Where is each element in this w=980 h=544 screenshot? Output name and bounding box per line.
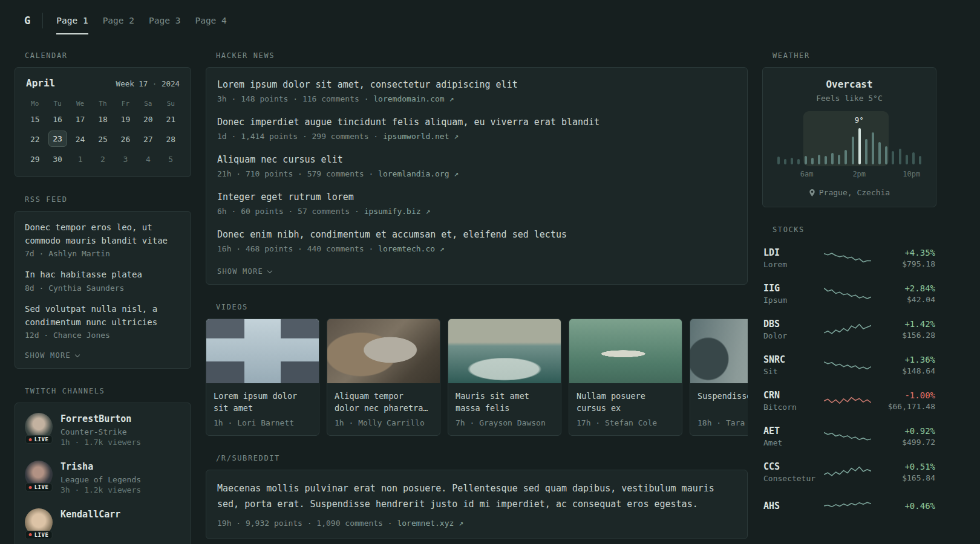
stock-sparkline xyxy=(824,285,871,303)
calendar-header: April Week 17 · 2024 xyxy=(24,77,182,96)
weather-bar xyxy=(831,153,834,164)
twitch-channel-info: TrishaLeague of Legends3h · 1.2k viewers xyxy=(60,461,141,494)
weather-bar xyxy=(805,156,807,164)
twitch-channel-info: ForrestBurtonCounter-Strike1h · 1.7k vie… xyxy=(60,413,141,447)
hn-item-meta: 3h · 148 points · 116 comments · loremdo… xyxy=(217,94,736,103)
stock-values: +0.92%$499.72 xyxy=(880,426,935,447)
calendar-year: 2024 xyxy=(162,79,180,88)
hn-item-meta: 16h · 468 points · 440 comments · loremt… xyxy=(217,244,736,253)
rss-item: In hac habitasse platea8d · Cynthia Saun… xyxy=(25,268,181,293)
hn-item-meta: 1d · 1,414 points · 299 comments · ipsum… xyxy=(217,132,736,141)
stock-symbol: SNRC xyxy=(763,354,815,365)
calendar-days-grid: 1516171819202122232425262728293012345 xyxy=(24,111,182,168)
stock-sparkline xyxy=(824,320,871,338)
rss-show-more-button[interactable]: SHOW MORE xyxy=(25,350,181,360)
calendar-day: 15 xyxy=(24,111,46,128)
hn-item-domain-link[interactable]: ipsumworld.net ↗ xyxy=(383,132,459,141)
twitch-channel-row[interactable]: LIVEKendallCarr xyxy=(25,508,181,536)
hn-item-domain-link[interactable]: loremtech.co ↗ xyxy=(378,244,445,253)
rss-item: Donec tempor eros leo, ut commodo mauris… xyxy=(25,221,181,258)
nav-tab-page-1[interactable]: Page 1 xyxy=(56,0,88,41)
stock-sparkline xyxy=(824,427,871,445)
subreddit-post-text[interactable]: Maecenas mollis pulvinar erat non posuer… xyxy=(217,481,736,512)
video-thumbnail xyxy=(569,319,682,383)
stock-row[interactable]: IIGIpsum+2.84%$42.04 xyxy=(762,277,936,312)
twitch-channel-name: Trisha xyxy=(60,461,141,474)
hn-item-title[interactable]: Integer eget rutrum lorem xyxy=(217,191,736,204)
twitch-channel-info: KendallCarr xyxy=(60,508,120,536)
chevron-down-icon xyxy=(75,352,80,357)
video-title: Nullam posuere cursus ex xyxy=(577,390,675,415)
stock-row[interactable]: LDILorem+4.35%$795.18 xyxy=(762,241,936,277)
rss-item-title[interactable]: Donec tempor eros leo, ut commodo mauris… xyxy=(25,221,181,247)
weather-bar xyxy=(825,156,827,164)
stock-name: Consectetur xyxy=(763,474,815,483)
hn-show-more-button[interactable]: SHOW MORE xyxy=(217,266,736,276)
video-title: Mauris sit amet massa felis xyxy=(456,390,554,415)
calendar-day: 3 xyxy=(114,151,137,168)
top-nav: G Page 1Page 2Page 3Page 4 xyxy=(0,0,980,41)
nav-tab-page-4[interactable]: Page 4 xyxy=(195,0,226,41)
stock-values: +1.42%$156.28 xyxy=(880,319,935,340)
stock-change: +0.92% xyxy=(880,426,935,436)
hn-item-title[interactable]: Donec enim nibh, condimentum et accumsan… xyxy=(217,228,736,241)
rss-list: Donec tempor eros leo, ut commodo mauris… xyxy=(25,221,181,340)
video-meta: 18h · Tara xyxy=(697,418,748,427)
weather-location-row: Prague, Czechia xyxy=(773,188,926,197)
stock-row[interactable]: AHS+0.46% xyxy=(762,491,936,523)
stock-sparkline xyxy=(824,463,871,481)
calendar-widget: CALENDAR April Week 17 · 2024 MoTuWeThFr… xyxy=(15,51,191,177)
hn-item-title[interactable]: Donec imperdiet augue tincidunt felis al… xyxy=(217,116,736,129)
nav-tab-page-3[interactable]: Page 3 xyxy=(149,0,180,41)
video-card[interactable]: Nullam posuere cursus ex17h · Stefan Col… xyxy=(569,319,682,436)
stock-row[interactable]: DBSDolor+1.42%$156.28 xyxy=(762,312,936,348)
rss-item-title[interactable]: Sed volutpat nulla nisl, a condimentum n… xyxy=(25,303,181,329)
calendar-selected-day: 23 xyxy=(48,131,67,147)
video-card[interactable]: Lorem ipsum dolor sit amet consectetu…1h… xyxy=(206,319,319,436)
stock-row[interactable]: CCSConsectetur+0.51%$165.84 xyxy=(762,455,936,491)
video-title: Suspendisse diam xyxy=(697,390,748,415)
calendar-day: 21 xyxy=(160,111,182,128)
twitch-channel-name: ForrestBurton xyxy=(60,413,141,426)
video-card[interactable]: Suspendisse diam18h · Tara xyxy=(690,319,748,436)
calendar-month: April xyxy=(26,77,55,89)
stock-price: $148.64 xyxy=(880,366,935,375)
stock-row[interactable]: AETAmet+0.92%$499.72 xyxy=(762,419,936,455)
stock-info: DBSDolor xyxy=(763,319,815,340)
stock-row[interactable]: SNRCSit+1.36%$148.64 xyxy=(762,348,936,384)
weather-feels-like: Feels like 5°C xyxy=(773,94,926,103)
video-thumbnail xyxy=(206,319,319,383)
live-badge: LIVE xyxy=(25,483,53,491)
video-card-body: Lorem ipsum dolor sit amet consectetu…1h… xyxy=(206,383,319,435)
hn-item-title[interactable]: Aliquam nec cursus elit xyxy=(217,154,736,166)
nav-tab-page-2[interactable]: Page 2 xyxy=(103,0,134,41)
stock-row[interactable]: CRNBitcorn-1.00%$66,171.48 xyxy=(762,384,936,419)
nav-divider xyxy=(42,13,43,28)
hn-item-title[interactable]: Lorem ipsum dolor sit amet, consectetur … xyxy=(217,79,736,91)
subreddit-widget: /R/SUBREDDIT Maecenas mollis pulvinar er… xyxy=(206,454,748,539)
stock-sparkline xyxy=(824,356,871,374)
video-card-body: Nullam posuere cursus ex17h · Stefan Col… xyxy=(569,383,682,435)
video-card[interactable]: Aliquam tempor dolor nec pharetra…1h · M… xyxy=(327,319,440,436)
avatar: LIVE xyxy=(25,413,53,441)
video-meta: 1h · Molly Carrillo xyxy=(335,418,433,427)
stock-name: Lorem xyxy=(763,260,815,269)
subreddit-domain-link[interactable]: loremnet.xyz ↗ xyxy=(397,519,463,528)
twitch-channel-row[interactable]: LIVEForrestBurtonCounter-Strike1h · 1.7k… xyxy=(25,413,181,447)
weather-bars xyxy=(777,116,921,164)
weather-bar xyxy=(892,151,894,164)
calendar-day-header: Sa xyxy=(137,96,159,111)
calendar-day: 29 xyxy=(24,151,46,168)
calendar-day: 24 xyxy=(69,131,91,148)
stock-info: AETAmet xyxy=(763,426,815,447)
live-dot-icon xyxy=(29,533,32,536)
video-card[interactable]: Mauris sit amet massa felis7h · Grayson … xyxy=(448,319,561,436)
hn-item-domain-link[interactable]: loremlandia.org ↗ xyxy=(378,169,459,178)
twitch-card: LIVEForrestBurtonCounter-Strike1h · 1.7k… xyxy=(15,403,191,544)
hn-item-domain-link[interactable]: loremdomain.com ↗ xyxy=(373,94,454,103)
rss-item-title[interactable]: In hac habitasse platea xyxy=(25,268,181,282)
app-logo[interactable]: G xyxy=(24,15,30,27)
twitch-channel-row[interactable]: LIVETrishaLeague of Legends3h · 1.2k vie… xyxy=(25,461,181,494)
twitch-channel-game: Counter-Strike xyxy=(60,427,141,436)
hn-item-domain-link[interactable]: ipsumify.biz ↗ xyxy=(364,207,431,216)
